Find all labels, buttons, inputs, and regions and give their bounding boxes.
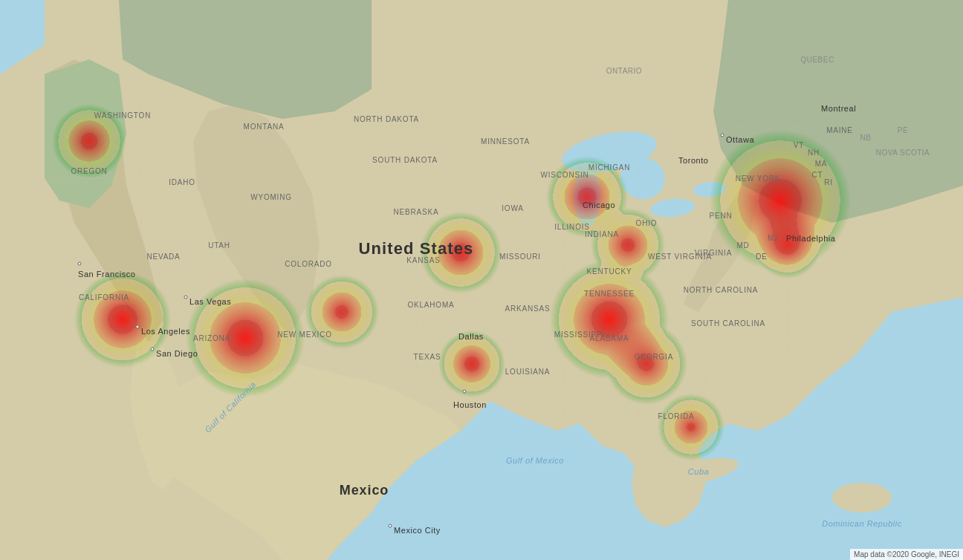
city-dot [463,390,467,394]
city-dot [721,134,724,137]
city-dot [184,296,188,299]
map-attribution: Map data ©2020 Google, INEGI [850,549,963,560]
city-dot [78,262,82,266]
city-dot [389,524,392,528]
city-dot [151,348,155,351]
city-dot [136,325,140,329]
map-container: Map data ©2020 Google, INEGI United Stat… [0,0,963,560]
map-base [0,0,963,560]
